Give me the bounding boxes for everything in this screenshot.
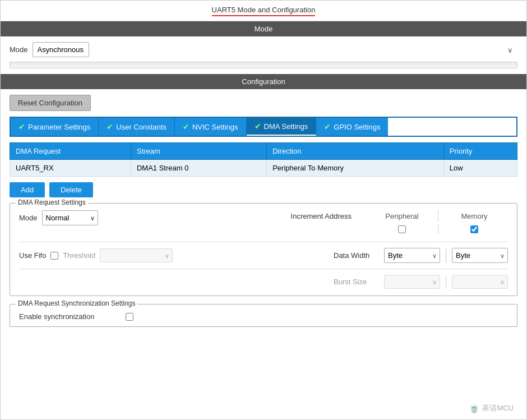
window-title: UART5 Mode and Configuration — [1, 1, 526, 21]
cell-stream: DMA1 Stream 0 — [131, 160, 266, 177]
watermark-icon: 🍵 — [469, 403, 480, 413]
mode-select-wrapper: Normal Circular ∨ — [42, 210, 98, 225]
threshold-select-wrap: ∨ — [100, 248, 173, 262]
data-width-memory-select[interactable]: Byte Half Word Word — [452, 248, 508, 263]
threshold-label: Threshold — [63, 251, 95, 260]
vertical-divider — [438, 210, 438, 221]
check-icon: ✔ — [255, 122, 261, 131]
use-fifo-label: Use Fifo — [19, 251, 46, 260]
threshold-select[interactable] — [100, 248, 173, 262]
burst-size-memory-select[interactable] — [452, 275, 508, 289]
check-icon: ✔ — [183, 122, 189, 131]
data-width-peripheral-select[interactable]: Byte Half Word Word — [384, 248, 440, 263]
mode-section-header: Mode — [1, 21, 526, 36]
dma-mode-select[interactable]: Normal Circular — [42, 210, 98, 225]
action-buttons: Add Delete — [10, 182, 517, 197]
dma-settings-label: DMA Request Settings — [16, 199, 88, 206]
delete-button[interactable]: Delete — [49, 182, 93, 197]
memory-increment-checkbox[interactable] — [470, 225, 478, 233]
dma-request-settings: DMA Request Settings Mode Normal Circula… — [10, 203, 517, 296]
vertical-divider — [446, 275, 446, 289]
peripheral-header: Peripheral — [385, 212, 418, 220]
burst-controls: Burst Size ∨ ∨ — [334, 275, 508, 289]
dma-sync-settings: DMA Request Synchronization Settings Ena… — [10, 304, 517, 327]
tabs-container: ✔ Parameter Settings ✔ User Constants ✔ … — [10, 117, 517, 137]
enable-sync-checkbox[interactable] — [126, 313, 133, 321]
tab-dma-settings[interactable]: ✔ DMA Settings — [247, 118, 317, 136]
check-icon: ✔ — [324, 122, 331, 131]
add-button[interactable]: Add — [10, 182, 45, 197]
peripheral-increment-checkbox[interactable] — [398, 225, 406, 233]
config-section-header: Configuration — [1, 74, 526, 89]
burst-size-label: Burst Size — [334, 278, 378, 286]
memory-header: Memory — [461, 212, 488, 220]
config-content: Reset Configuration ✔ Parameter Settings… — [1, 89, 526, 333]
col-dma-request: DMA Request — [10, 143, 131, 160]
burst-size-peripheral-select[interactable] — [384, 275, 440, 289]
check-icon: ✔ — [107, 122, 113, 131]
mode-select-wrapper: Asynchronous — [33, 42, 517, 57]
data-width-label: Data Width — [334, 251, 378, 260]
enable-sync-label: Enable synchronization — [19, 312, 120, 321]
dw-memory-wrap: Byte Half Word Word ∨ — [452, 248, 508, 263]
vertical-divider — [446, 249, 446, 262]
mode-field-label: Mode — [19, 214, 38, 222]
mode-section: Mode Asynchronous — [1, 36, 526, 74]
col-direction: Direction — [267, 143, 444, 160]
inc-address-section: Increment Address Peripheral Memory — [275, 210, 508, 234]
tab-nvic-settings[interactable]: ✔ NVIC Settings — [175, 118, 247, 136]
data-width-row: Use Fifo Threshold ∨ Data Width — [19, 248, 508, 269]
burst-size-row: Burst Size ∨ ∨ — [19, 275, 508, 289]
sync-settings-label: DMA Request Synchronization Settings — [16, 299, 137, 307]
burst-memory-wrap: ∨ — [452, 275, 508, 289]
tab-user-constants[interactable]: ✔ User Constants — [99, 118, 175, 136]
watermark: 🍵 茶话MCU — [469, 403, 514, 413]
increment-address-label: Increment Address — [291, 212, 352, 220]
mode-select[interactable]: Asynchronous — [33, 42, 89, 57]
vertical-divider — [438, 225, 438, 234]
check-icon: ✔ — [19, 122, 25, 131]
dma-table: DMA Request Stream Direction Priority UA… — [10, 142, 517, 177]
data-width-controls: Data Width Byte Half Word Word ∨ Byte — [334, 248, 508, 263]
tab-gpio-settings[interactable]: ✔ GPIO Settings — [316, 118, 388, 136]
cell-direction: Peripheral To Memory — [267, 160, 444, 177]
col-stream: Stream — [131, 143, 266, 160]
reset-config-button[interactable]: Reset Configuration — [10, 95, 91, 111]
tab-parameter-settings[interactable]: ✔ Parameter Settings — [11, 118, 99, 136]
scroll-hint — [10, 62, 517, 68]
cell-request: UART5_RX — [10, 160, 131, 177]
mode-label: Mode — [10, 45, 28, 54]
burst-peripheral-wrap: ∨ — [384, 275, 440, 289]
table-row[interactable]: UART5_RX DMA1 Stream 0 Peripheral To Mem… — [10, 160, 517, 177]
dw-peripheral-wrap: Byte Half Word Word ∨ — [384, 248, 440, 263]
sync-row: Enable synchronization — [19, 312, 508, 321]
col-priority: Priority — [443, 143, 517, 160]
use-fifo-checkbox[interactable] — [50, 252, 58, 260]
cell-priority: Low — [443, 160, 517, 177]
